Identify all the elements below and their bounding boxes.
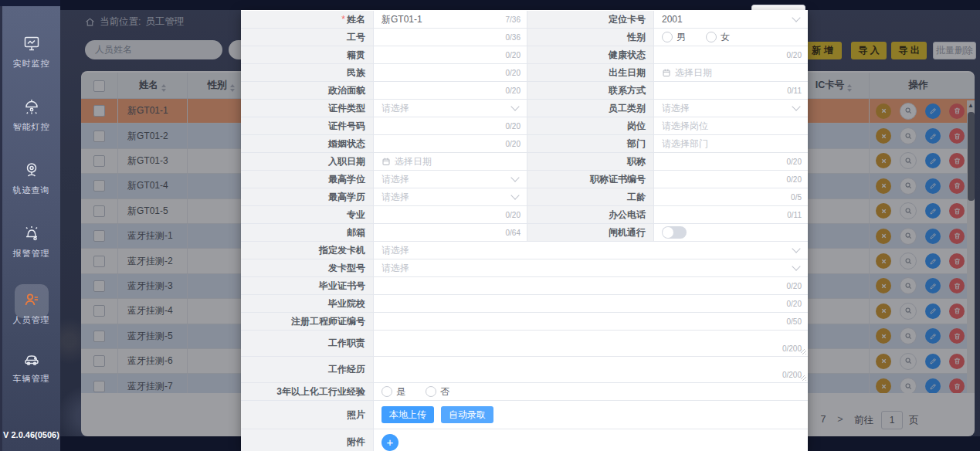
attachment-field[interactable]: + <box>374 429 808 451</box>
form-label: 职称 <box>527 153 654 170</box>
text-input[interactable]: 0/50 <box>374 313 808 330</box>
form-row: 专业0/20办公电话0/11 <box>241 206 808 224</box>
alarm-icon <box>22 224 41 242</box>
select-input[interactable]: 请选择 <box>374 259 808 276</box>
text-input[interactable]: 0/5 <box>654 188 808 205</box>
form-label: *姓名 <box>241 11 374 28</box>
radio-circle-icon <box>706 32 717 42</box>
select-input[interactable]: 请选择 <box>374 100 527 117</box>
chevron-down-icon <box>510 173 519 181</box>
toggle-switch[interactable] <box>662 226 687 239</box>
text-input[interactable]: 0/20 <box>374 135 527 152</box>
text-input[interactable]: 0/20 <box>374 295 808 312</box>
text-input[interactable]: 0/20 <box>374 82 527 99</box>
text-input[interactable]: 请选择部门 <box>654 135 808 152</box>
select-input[interactable]: 请选择 <box>654 100 808 117</box>
radio-option[interactable]: 是 <box>381 385 405 398</box>
text-input[interactable]: 0/20 <box>374 46 527 63</box>
form-label: 健康状态 <box>527 46 654 63</box>
resize-handle[interactable] <box>801 375 806 381</box>
sidebar-item-alarm-management[interactable]: 报警管理 <box>2 224 60 259</box>
form-label: 附件 <box>241 429 374 451</box>
gate-pass-toggle[interactable] <box>654 224 808 241</box>
form-label: 最高学历 <box>241 188 374 205</box>
form-label: 3年以上化工行业经验 <box>241 383 374 400</box>
form-row: 最高学历请选择工龄0/5 <box>241 188 808 206</box>
form-label: 入职日期 <box>241 153 374 170</box>
app-version: V 2.0.46(0506) <box>2 430 60 439</box>
form-row: 最高学位请选择职称证书编号0/20 <box>241 171 808 188</box>
select-input[interactable]: 请选择 <box>374 171 527 188</box>
local-upload-button[interactable]: 本地上传 <box>381 406 434 423</box>
form-row: 附件+ <box>241 429 808 451</box>
form-label: 联系方式 <box>527 82 654 99</box>
text-input[interactable]: 0/20 <box>374 206 527 223</box>
toggle-knob <box>663 227 673 238</box>
text-input[interactable]: 0/64 <box>374 224 527 241</box>
text-input[interactable]: 0/20 <box>374 117 527 134</box>
sidebar-item-vehicle-management[interactable]: 车辆管理 <box>2 349 60 385</box>
auto-capture-button[interactable]: 自动录取 <box>441 406 493 423</box>
text-input[interactable]: 0/11 <box>654 82 808 99</box>
textarea-input[interactable]: 0/200 <box>374 331 808 356</box>
sidebar-item-light-control[interactable]: 智能灯控 <box>2 97 60 133</box>
form-row: 民族0/20出生日期选择日期 <box>241 64 808 82</box>
select-input[interactable]: 2001 <box>654 11 808 28</box>
date-input[interactable]: 选择日期 <box>654 64 808 81</box>
char-counter: 0/20 <box>506 140 521 148</box>
radio-group[interactable]: 男女 <box>654 29 808 46</box>
char-counter: 0/20 <box>506 211 521 219</box>
form-row: 籍贯0/20健康状态0/20 <box>241 46 808 64</box>
form-row: 政治面貌0/20联系方式0/11 <box>241 82 808 100</box>
text-input[interactable]: 0/36 <box>374 29 527 46</box>
text-input[interactable]: 0/11 <box>654 206 808 223</box>
photo-upload-field[interactable]: 本地上传自动录取 <box>374 401 808 429</box>
char-counter: 0/20 <box>506 86 521 95</box>
sidebar-item-personnel-management[interactable]: 人员管理 <box>2 290 60 326</box>
resize-handle[interactable] <box>801 349 806 354</box>
text-input[interactable]: 0/20 <box>654 153 808 170</box>
radio-option[interactable]: 女 <box>706 31 730 44</box>
car-icon <box>22 349 41 368</box>
char-counter: 0/20 <box>506 122 521 131</box>
text-input[interactable]: 请选择岗位 <box>654 117 808 134</box>
form-label: 工龄 <box>527 188 654 205</box>
form-label: 毕业院校 <box>241 295 374 312</box>
form-row: 证件类型请选择员工类别请选择 <box>241 100 808 117</box>
radio-option[interactable]: 男 <box>662 31 686 44</box>
employee-edit-dialog: *姓名新GT01-17/36定位卡号2001工号0/36性别男女籍贯0/20健康… <box>241 10 808 451</box>
sidebar-item-label: 人员管理 <box>2 314 60 326</box>
text-input[interactable]: 0/20 <box>374 277 808 294</box>
lamp-icon <box>22 97 41 116</box>
app-window: 实时监控 智能灯控 轨迹查询 报警管理 人员管理 <box>0 0 980 451</box>
select-input[interactable]: 请选择 <box>374 242 808 259</box>
chevron-down-icon <box>510 102 519 110</box>
form-row: 发卡型号请选择 <box>241 259 808 277</box>
select-input[interactable]: 请选择 <box>374 188 527 205</box>
form-row: 证件号码0/20岗位请选择岗位 <box>241 117 808 135</box>
webcam-icon <box>22 161 41 179</box>
text-input[interactable]: 0/20 <box>654 46 808 63</box>
date-input[interactable]: 选择日期 <box>374 153 527 170</box>
char-counter: 0/11 <box>787 86 802 95</box>
sidebar-item-realtime-monitor[interactable]: 实时监控 <box>2 34 60 70</box>
text-input[interactable]: 0/20 <box>374 64 527 81</box>
add-attachment-button[interactable]: + <box>381 434 398 451</box>
form-label: 工号 <box>241 29 374 46</box>
char-counter: 0/200 <box>782 344 802 353</box>
calendar-icon <box>662 68 671 77</box>
text-input[interactable]: 新GT01-17/36 <box>374 11 527 28</box>
radio-circle-icon <box>426 386 436 397</box>
radio-group[interactable]: 是否 <box>374 383 808 400</box>
form-label: 专业 <box>241 206 374 223</box>
text-input[interactable]: 0/20 <box>654 171 808 188</box>
form-label: 岗位 <box>527 117 654 134</box>
form-row: 婚姻状态0/20部门请选择部门 <box>241 135 808 153</box>
calendar-icon <box>381 157 391 166</box>
form-label: 定位卡号 <box>527 11 654 28</box>
sidebar-item-track-query[interactable]: 轨迹查询 <box>2 161 60 196</box>
radio-option[interactable]: 否 <box>426 385 449 398</box>
char-counter: 0/20 <box>506 51 521 59</box>
textarea-input[interactable]: 0/200 <box>374 357 808 382</box>
char-counter: 0/200 <box>782 371 802 379</box>
